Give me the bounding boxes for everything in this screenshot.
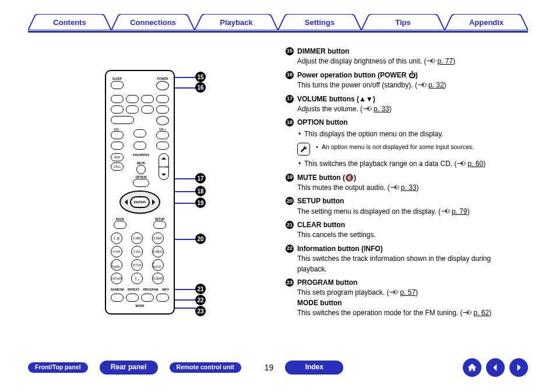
num-6: 6 MNO bbox=[152, 246, 164, 257]
tab-playback[interactable]: Playback bbox=[195, 14, 278, 30]
item-title: MUTE button (🔇) bbox=[297, 174, 356, 182]
item-number: 21 bbox=[286, 221, 294, 229]
src-button bbox=[156, 95, 169, 103]
item-bullet: This switches the playback range on a da… bbox=[304, 160, 452, 168]
mute-button bbox=[136, 165, 146, 174]
page-link[interactable]: p. 60 bbox=[467, 160, 483, 168]
rear-panel-button[interactable]: Rear panel bbox=[100, 361, 158, 374]
note-box: An option menu is not displayed for some… bbox=[297, 143, 521, 156]
src-button bbox=[111, 105, 124, 114]
stop-button bbox=[133, 142, 146, 150]
num-7: 7 PQRS bbox=[111, 259, 122, 271]
num-5: 5 JKL bbox=[131, 246, 143, 257]
index-button[interactable]: Index bbox=[285, 361, 343, 374]
item-number: 20 bbox=[286, 197, 294, 205]
callout-23: 23 bbox=[195, 306, 206, 316]
item-title: PROGRAM button bbox=[297, 278, 357, 287]
num-plus10: +10 a/A bbox=[111, 273, 122, 284]
page-link[interactable]: p. 62 bbox=[473, 309, 489, 317]
add-button: ADD bbox=[111, 153, 124, 161]
random-button bbox=[111, 294, 124, 302]
tab-settings[interactable]: Settings bbox=[278, 14, 361, 30]
item-setup: 20 SETUP button The setting menu is disp… bbox=[286, 196, 521, 217]
description-list: 15 DIMMER button Adjust the display brig… bbox=[286, 47, 521, 322]
item-dimmer: 15 DIMMER button Adjust the display brig… bbox=[286, 47, 521, 67]
num-8: 8 TUV bbox=[131, 259, 143, 271]
tab-tips[interactable]: Tips bbox=[361, 14, 445, 30]
tab-label: Playback bbox=[195, 14, 278, 30]
src-button bbox=[141, 95, 154, 103]
enter-button: ENTER bbox=[130, 196, 150, 208]
volume-buttons: VOLUME bbox=[159, 153, 169, 180]
item-number: 23 bbox=[286, 278, 294, 287]
num-0: 0 ␣ bbox=[131, 273, 143, 284]
item-descr: This sets program playback. bbox=[297, 288, 385, 296]
power-button bbox=[156, 81, 169, 90]
page-link[interactable]: p. 33 bbox=[374, 105, 389, 113]
item-number: 19 bbox=[286, 174, 294, 182]
tab-contents[interactable]: Contents bbox=[28, 14, 111, 30]
callout-22: 22 bbox=[195, 295, 206, 305]
front-panel-button[interactable]: Front/Top panel bbox=[28, 362, 88, 373]
item-descr: Adjust the display brightness of this un… bbox=[297, 57, 422, 65]
src-button bbox=[141, 105, 154, 114]
play-button bbox=[133, 129, 146, 137]
tab-label: Appendix bbox=[445, 14, 528, 30]
bottom-bar: Front/Top panel Rear panel Remote contro… bbox=[28, 356, 528, 379]
item-descr: The setting menu is displayed on the dis… bbox=[297, 207, 437, 216]
item-program: 23 PROGRAM button This sets program play… bbox=[286, 278, 521, 319]
ch-up-button bbox=[156, 131, 169, 139]
ch-down-button bbox=[111, 131, 124, 139]
callout-20: 20 bbox=[195, 234, 206, 244]
top-nav: Contents Connections Playback Settings T… bbox=[28, 14, 528, 33]
remote-diagram: 15 16 17 18 19 20 21 22 23 SLEEP POWER bbox=[105, 70, 216, 315]
page-link[interactable]: p. 33 bbox=[401, 183, 417, 192]
clear-button: CLEAR bbox=[152, 273, 164, 284]
tab-connections[interactable]: Connections bbox=[111, 14, 195, 30]
item-title: Information button (INFO) bbox=[297, 245, 383, 253]
item-option: 18 OPTION button This displays the optio… bbox=[286, 118, 521, 139]
info-button bbox=[156, 294, 169, 302]
item-descr: This switches the operation mode for the… bbox=[297, 309, 458, 317]
tab-label: Tips bbox=[361, 14, 445, 30]
page-link[interactable]: p. 77 bbox=[437, 57, 453, 65]
back-button bbox=[114, 221, 126, 229]
rew-button bbox=[111, 142, 124, 150]
call-button: CALL bbox=[111, 163, 124, 171]
info-label: INFO bbox=[162, 288, 169, 291]
number-pad: 1 .@ 2 ABC 3 DEF 4 GHI 5 JKL 6 MNO 7 PQR… bbox=[111, 232, 169, 284]
src-button bbox=[126, 105, 139, 114]
bluetooth-button bbox=[111, 116, 134, 124]
callout-16: 16 bbox=[195, 82, 206, 93]
item-title: OPTION button bbox=[297, 118, 348, 126]
option-button bbox=[133, 179, 149, 187]
src-button bbox=[126, 95, 139, 103]
dpad: ENTER bbox=[119, 190, 160, 214]
item-volume: 17 VOLUME buttons (▲▼) Adjusts the volum… bbox=[286, 94, 521, 115]
item-info: 22 Information button (INFO) This switch… bbox=[286, 244, 521, 274]
item-title: DIMMER button bbox=[297, 47, 349, 55]
prev-icon[interactable] bbox=[486, 358, 505, 377]
remote-unit-button[interactable]: Remote control unit bbox=[170, 362, 241, 373]
setup-button bbox=[153, 221, 166, 229]
item-descr: This cancels the settings. bbox=[297, 230, 521, 240]
program-button bbox=[141, 294, 154, 302]
item-clear: 21 CLEAR button This cancels the setting… bbox=[286, 220, 521, 241]
page-number: 19 bbox=[265, 363, 274, 372]
callout-17: 17 bbox=[195, 173, 206, 183]
item-descr: Adjusts the volume. bbox=[297, 105, 358, 113]
tab-appendix[interactable]: Appendix bbox=[445, 14, 528, 30]
page-link[interactable]: p. 32 bbox=[428, 81, 444, 89]
callout-18: 18 bbox=[195, 186, 206, 196]
src-button bbox=[111, 95, 124, 103]
repeat-button bbox=[126, 294, 139, 302]
item-title: CLEAR button bbox=[297, 221, 345, 229]
next-icon[interactable] bbox=[509, 358, 528, 377]
item-power: 16 Power operation button (POWER ⏻) This… bbox=[286, 70, 521, 91]
eject-button bbox=[156, 116, 169, 125]
page-link[interactable]: p. 57 bbox=[400, 288, 416, 296]
home-icon[interactable] bbox=[463, 358, 481, 377]
item-descr: This switches the track information show… bbox=[297, 254, 521, 274]
page-link[interactable]: p. 79 bbox=[452, 207, 467, 216]
ff-button bbox=[156, 142, 169, 150]
